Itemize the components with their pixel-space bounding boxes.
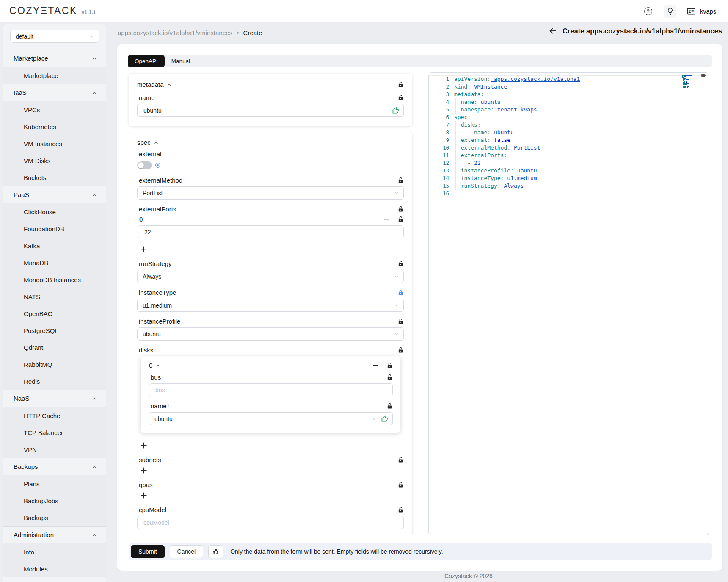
code-line[interactable]: 6spec: xyxy=(429,114,709,121)
sidebar-item-mongodb-instances[interactable]: MongoDB Instances xyxy=(3,271,106,288)
sidebar-item-nats[interactable]: NATS xyxy=(3,288,106,305)
sidebar-item-qdrant[interactable]: Qdrant xyxy=(3,339,106,356)
sidebar-item-backups[interactable]: Backups xyxy=(3,509,106,526)
breadcrumb-resource[interactable]: apps.cozystack.io/v1alpha1/vminstances xyxy=(118,29,232,36)
namespace-select[interactable]: default xyxy=(10,30,99,43)
code-line[interactable]: 8 - name: ubuntu xyxy=(429,129,709,136)
code-line[interactable]: 7 disks: xyxy=(429,121,709,129)
cancel-button[interactable]: Cancel xyxy=(170,545,204,558)
sidebar-item-info[interactable]: Info xyxy=(3,543,106,560)
sidebar-item-http-cache[interactable]: HTTP Cache xyxy=(3,407,106,424)
tab-manual[interactable]: Manual xyxy=(165,55,197,67)
lock-open-icon[interactable] xyxy=(397,206,404,212)
code-line[interactable]: 3metadata: xyxy=(429,91,709,98)
sidebar-item-rabbitmq[interactable]: RabbitMQ xyxy=(3,356,106,373)
lock-open-icon[interactable] xyxy=(397,507,404,513)
remove-item-icon[interactable] xyxy=(372,362,379,369)
code-line[interactable]: 1apiVersion: apps.cozystack.io/v1alpha1 xyxy=(429,75,709,83)
sidebar-item-plans[interactable]: Plans xyxy=(3,475,106,492)
lock-open-icon[interactable] xyxy=(397,94,404,101)
sidebar-section-backups[interactable]: Backups xyxy=(3,458,106,475)
submit-button[interactable]: Submit xyxy=(131,545,165,558)
lock-open-icon[interactable] xyxy=(386,362,393,369)
sidebar-section-iaas[interactable]: IaaS xyxy=(3,84,106,101)
sidebar-item-clickhouse[interactable]: ClickHouse xyxy=(3,203,106,220)
sidebar-item-vm-disks[interactable]: VM Disks xyxy=(3,152,106,169)
theme-toggle-button[interactable] xyxy=(664,5,676,18)
lock-open-icon[interactable] xyxy=(386,374,393,380)
sidebar-item-redis[interactable]: Redis xyxy=(3,373,106,390)
tab-openapi[interactable]: OpenAPI xyxy=(128,55,165,67)
sidebar-item-marketplace[interactable]: Marketplace xyxy=(3,67,106,84)
instanceType-select[interactable]: u1.medium xyxy=(137,299,404,312)
lock-open-icon[interactable] xyxy=(397,318,404,324)
back-arrow-icon[interactable] xyxy=(548,26,557,36)
add-item-icon[interactable] xyxy=(140,491,148,499)
debug-button[interactable] xyxy=(208,545,223,558)
disk-name-select[interactable]: ubuntu xyxy=(149,412,393,425)
external-toggle[interactable] xyxy=(137,161,152,169)
sidebar-section-naas[interactable]: NaaS xyxy=(3,390,106,407)
editor-scrollbar[interactable] xyxy=(701,74,706,77)
sidebar-item-vpcs[interactable]: VPCs xyxy=(3,101,106,118)
cpuModel-input[interactable] xyxy=(138,516,399,529)
add-item-icon[interactable] xyxy=(140,245,148,253)
code-line[interactable]: 12 - 22 xyxy=(429,159,709,167)
runStrategy-select[interactable]: Always xyxy=(137,270,404,283)
runStrategy-label: runStrategy xyxy=(137,260,172,267)
lock-open-icon[interactable] xyxy=(386,403,393,409)
sidebar-item-buckets[interactable]: Buckets xyxy=(3,169,106,186)
code-line[interactable]: 13 instanceProfile: ubuntu xyxy=(429,167,709,175)
externalMethod-select[interactable]: PortList xyxy=(137,186,404,200)
lock-open-icon[interactable] xyxy=(397,261,404,267)
sidebar-item-modules[interactable]: Modules xyxy=(3,560,106,577)
remove-item-icon[interactable] xyxy=(383,216,390,223)
add-item-icon[interactable] xyxy=(140,466,148,474)
default-value-icon[interactable] xyxy=(155,163,160,168)
lock-open-icon[interactable] xyxy=(397,482,404,488)
code-line[interactable]: 11 externalPorts: xyxy=(429,152,709,159)
sidebar-item-openbao[interactable]: OpenBAO xyxy=(3,305,106,322)
metadata-section-title[interactable]: metadata xyxy=(137,81,172,88)
spec-section-title[interactable]: spec xyxy=(137,139,159,146)
disk-bus-input[interactable] xyxy=(150,384,388,396)
logo[interactable]: COZYΞTACK v1.1.1 xyxy=(9,5,96,17)
help-button[interactable]: ? xyxy=(642,5,654,18)
code-line[interactable]: 4 name: ubuntu xyxy=(429,98,709,106)
code-line[interactable]: 5 namespace: tenant-kvaps xyxy=(429,106,709,114)
sidebar-section-paas[interactable]: PaaS xyxy=(3,186,106,203)
sidebar-item-postgresql[interactable]: PostgreSQL xyxy=(3,322,106,339)
page-title: Create apps.cozystack.io/v1alpha1/vminst… xyxy=(563,27,722,35)
sidebar-item-foundationdb[interactable]: FoundationDB xyxy=(3,220,106,237)
sidebar-item-vpn[interactable]: VPN xyxy=(3,441,106,458)
sidebar-section-administration[interactable]: Administration xyxy=(3,526,106,543)
lock-open-icon[interactable] xyxy=(397,347,404,353)
yaml-editor[interactable]: 1apiVersion: apps.cozystack.io/v1alpha12… xyxy=(428,72,709,535)
code-line[interactable]: 2kind: VMInstance xyxy=(429,83,709,91)
code-line[interactable]: 16 xyxy=(429,190,709,197)
code-lines[interactable]: 1apiVersion: apps.cozystack.io/v1alpha12… xyxy=(429,73,709,535)
sidebar-section-label: Administration xyxy=(14,531,54,538)
sidebar-item-backupjobs[interactable]: BackupJobs xyxy=(3,492,106,509)
user-menu[interactable]: kvaps xyxy=(686,7,716,16)
add-item-icon[interactable] xyxy=(140,441,148,449)
lock-closed-icon[interactable] xyxy=(397,289,404,296)
lock-open-icon[interactable] xyxy=(397,216,404,222)
sidebar-item-vm-instances[interactable]: VM Instances xyxy=(3,135,106,152)
instanceProfile-select[interactable]: ubuntu xyxy=(137,327,404,341)
code-line[interactable]: 14 instanceType: u1.medium xyxy=(429,175,709,182)
code-line[interactable]: 9 external: false xyxy=(429,136,709,144)
code-line[interactable]: 10 externalMethod: PortList xyxy=(429,144,709,152)
externalPorts-item-0-input[interactable] xyxy=(139,226,399,238)
sidebar-item-kubernetes[interactable]: Kubernetes xyxy=(3,118,106,135)
disks-item-index[interactable]: 0 xyxy=(149,362,160,369)
sidebar-item-mariadb[interactable]: MariaDB xyxy=(3,254,106,271)
metadata-name-input[interactable] xyxy=(138,104,392,116)
lock-open-icon[interactable] xyxy=(397,81,404,88)
lock-open-icon[interactable] xyxy=(397,177,404,183)
sidebar-item-kafka[interactable]: Kafka xyxy=(3,237,106,254)
code-line[interactable]: 15 runStrategy: Always xyxy=(429,182,709,190)
lock-open-icon[interactable] xyxy=(397,457,404,463)
sidebar-item-tcp-balancer[interactable]: TCP Balancer xyxy=(3,424,106,441)
sidebar-section-marketplace[interactable]: Marketplace xyxy=(3,50,106,67)
